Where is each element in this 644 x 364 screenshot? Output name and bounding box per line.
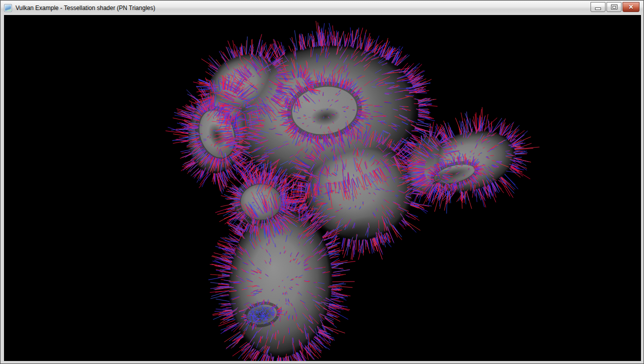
maximize-icon <box>611 4 618 10</box>
window-controls: ✕ <box>590 2 640 12</box>
minimize-icon <box>595 8 601 10</box>
minimize-button[interactable] <box>590 2 606 12</box>
render-viewport <box>4 15 641 361</box>
titlebar[interactable]: Vulkan Example - Tessellation shader (PN… <box>1 1 643 15</box>
close-button[interactable]: ✕ <box>622 2 640 12</box>
maximize-button[interactable] <box>606 2 622 12</box>
window-title: Vulkan Example - Tessellation shader (PN… <box>16 4 155 12</box>
application-icon <box>4 4 12 12</box>
app-window: Vulkan Example - Tessellation shader (PN… <box>0 0 644 364</box>
vulkan-render-canvas[interactable] <box>4 15 641 361</box>
close-icon: ✕ <box>628 4 634 10</box>
